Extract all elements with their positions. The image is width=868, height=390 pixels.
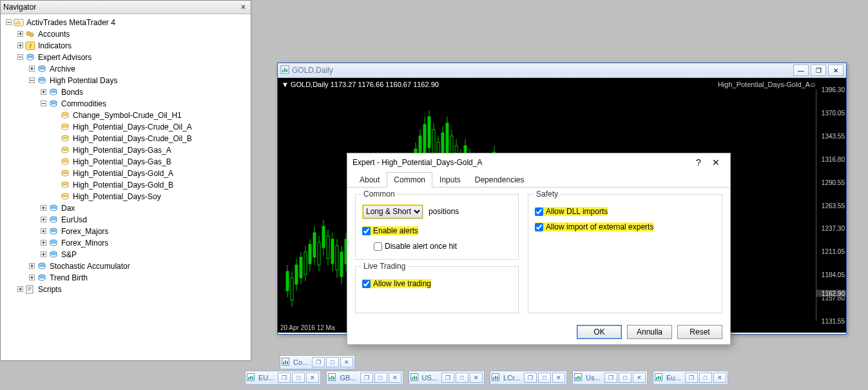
mdi-tab-maximize-button[interactable]: □ [538, 373, 551, 383]
mdi-tab-maximize-button[interactable]: □ [326, 357, 339, 367]
tree-node[interactable]: High_Potential_Days-Crude_Oil_A [3, 121, 251, 133]
tree-node[interactable]: ActivTrades MetaTrader 4 [3, 17, 251, 28]
tree-node[interactable]: Trend Birth [3, 272, 251, 284]
mdi-tab-close-button[interactable]: ✕ [713, 373, 726, 383]
enable-alerts-input[interactable] [362, 227, 371, 235]
tree-node[interactable]: Archive [3, 63, 251, 75]
dialog-help-button[interactable]: ? [690, 157, 707, 168]
collapse-icon[interactable] [39, 101, 47, 108]
tree-node[interactable]: High_Potential_Days-Gas_B [3, 156, 251, 168]
tree-node[interactable]: Stochastic Accumulator [3, 260, 251, 272]
expand-icon[interactable] [16, 31, 24, 38]
tree-node[interactable]: Bonds [3, 86, 251, 98]
expand-icon[interactable] [39, 205, 47, 212]
collapse-icon[interactable] [16, 54, 24, 61]
accounts-icon [25, 30, 35, 39]
mdi-tab[interactable]: LCr...❐□✕ [490, 371, 567, 385]
tree-node[interactable]: S&P [3, 249, 251, 260]
mdi-tab-restore-button[interactable]: ❐ [360, 373, 373, 383]
mdi-tab-maximize-button[interactable]: □ [374, 373, 387, 383]
navigator-tree[interactable]: ActivTrades MetaTrader 4AccountsfIndicat… [1, 14, 251, 360]
positions-select[interactable]: Long & Short [363, 205, 423, 219]
mdi-tab[interactable]: GB...❐□✕ [326, 371, 403, 385]
ok-button[interactable]: OK [577, 325, 622, 339]
tree-node[interactable]: Forex_Minors [3, 237, 251, 249]
mdi-tab-restore-button[interactable]: ❐ [604, 373, 617, 383]
navigator-close-icon[interactable]: × [238, 3, 248, 12]
mdi-tab-restore-button[interactable]: ❐ [441, 373, 454, 383]
expand-icon[interactable] [39, 251, 47, 258]
mdi-tab-maximize-button[interactable]: □ [699, 373, 712, 383]
mdi-tab-restore-button[interactable]: ❐ [312, 357, 325, 367]
allow-live-trading-checkbox[interactable]: Allow live trading [362, 279, 431, 288]
tree-node[interactable]: Dax [3, 202, 251, 214]
cancel-button[interactable]: Annulla [627, 325, 672, 339]
expand-icon[interactable] [28, 263, 35, 270]
disable-alert-once-checkbox[interactable]: Disable alert once hit [374, 242, 457, 251]
mdi-tab-close-button[interactable]: ✕ [470, 373, 483, 383]
mdi-tab-restore-button[interactable]: ❐ [685, 373, 698, 383]
allow-live-trading-input[interactable] [362, 280, 371, 288]
tree-node[interactable]: High_Potential_Days-Soy [3, 191, 251, 202]
tab-common[interactable]: Common [387, 172, 432, 188]
allow-external-experts-input[interactable] [535, 223, 543, 231]
mdi-tab-maximize-button[interactable]: □ [292, 373, 305, 383]
expand-icon[interactable] [39, 89, 47, 96]
mdi-tab-close-button[interactable]: ✕ [633, 373, 646, 383]
chart-close-button[interactable]: ✕ [828, 64, 844, 76]
enable-alerts-checkbox[interactable]: Enable alerts [362, 226, 418, 235]
disable-alert-once-input[interactable] [374, 242, 382, 251]
chart-minimize-button[interactable]: — [793, 64, 809, 76]
tree-node[interactable]: Scripts [3, 284, 251, 295]
tree-node[interactable]: Forex_Majors [3, 226, 251, 237]
tab-inputs[interactable]: Inputs [432, 172, 468, 187]
expand-icon[interactable] [39, 217, 47, 224]
mdi-tab-close-button[interactable]: ✕ [552, 373, 565, 383]
tree-node[interactable]: High_Potential_Days-Gold_B [3, 179, 251, 191]
collapse-icon[interactable] [28, 77, 35, 84]
svg-rect-104 [300, 257, 302, 278]
mdi-tab[interactable]: Eu...❐□✕ [653, 371, 728, 385]
tree-node[interactable]: High Potential Days [3, 75, 251, 86]
expand-icon[interactable] [16, 43, 24, 50]
tree-node[interactable]: Expert Advisors [3, 52, 251, 63]
tree-node[interactable]: Accounts [3, 28, 251, 40]
collapse-icon[interactable] [5, 19, 12, 26]
mdi-tab[interactable]: EU...❐□✕ [245, 371, 321, 385]
dialog-close-button[interactable]: ✕ [707, 157, 725, 168]
allow-dll-imports-input[interactable] [535, 208, 543, 216]
mdi-tab-maximize-button[interactable]: □ [456, 373, 468, 383]
tab-about[interactable]: About [352, 172, 387, 187]
mdi-tab-close-button[interactable]: ✕ [340, 357, 353, 367]
tree-node[interactable]: Commodities [3, 98, 251, 110]
expand-icon[interactable] [16, 286, 24, 293]
allow-dll-imports-checkbox[interactable]: Allow DLL imports [535, 207, 608, 216]
tree-node[interactable]: High_Potential_Days-Gas_A [3, 144, 251, 156]
mdi-tab-restore-button[interactable]: ❐ [278, 373, 291, 383]
mdi-tab-close-button[interactable]: ✕ [306, 373, 319, 383]
mdi-tab[interactable]: Co...❐□✕ [280, 355, 355, 369]
chart-titlebar[interactable]: GOLD,Daily — ❐ ✕ [278, 63, 846, 78]
reset-button[interactable]: Reset [677, 325, 722, 339]
tree-node[interactable]: Change_Symbol-Crude_Oil_H1 [3, 110, 251, 121]
dialog-titlebar[interactable]: Expert - High_Potential_Days-Gold_A ? ✕ [347, 153, 730, 171]
svg-point-82 [39, 263, 45, 266]
expand-icon[interactable] [28, 66, 35, 73]
mdi-tab-restore-button[interactable]: ❐ [524, 373, 537, 383]
expand-icon[interactable] [39, 228, 47, 235]
expand-icon[interactable] [39, 240, 47, 247]
mdi-tab-label: GB... [337, 374, 358, 382]
tree-node[interactable]: High_Potential_Days-Gold_A [3, 168, 251, 179]
folder-icon [48, 227, 59, 236]
tab-dependencies[interactable]: Dependencies [468, 172, 532, 187]
expand-icon[interactable] [28, 275, 35, 282]
allow-external-experts-checkbox[interactable]: Allow import of external experts [535, 222, 653, 231]
tree-node[interactable]: EurUsd [3, 214, 251, 226]
tree-node[interactable]: fIndicators [3, 40, 251, 52]
mdi-tab-maximize-button[interactable]: □ [619, 373, 632, 383]
mdi-tab[interactable]: US...❐□✕ [409, 371, 485, 385]
mdi-tab[interactable]: Us...❐□✕ [572, 371, 648, 385]
chart-maximize-button[interactable]: ❐ [811, 64, 826, 76]
mdi-tab-close-button[interactable]: ✕ [389, 373, 401, 383]
tree-node[interactable]: High_Potential_Days-Crude_Oil_B [3, 133, 251, 144]
